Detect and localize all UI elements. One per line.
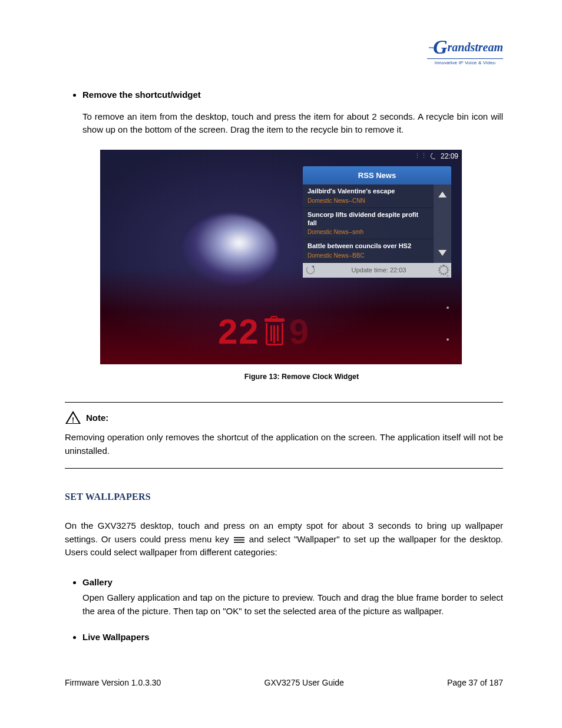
item-title: Gallery — [82, 577, 113, 587]
footer-right: Page 37 of 187 — [447, 677, 503, 689]
note-callout: ! Note: Removing operation only removes … — [65, 402, 503, 469]
section-title: Remove the shortcut/widget — [82, 90, 201, 100]
footer-left: Firmware Version 1.0.3.30 — [65, 677, 161, 689]
rss-item[interactable]: Battle between councils over HS2 Domesti… — [303, 239, 434, 263]
rss-widget[interactable]: RSS News Jailbird's Valentine's escape D… — [303, 166, 451, 278]
gear-icon[interactable] — [439, 266, 448, 274]
page-indicator — [447, 275, 449, 341]
bluetooth-icon: ⋮⋮ — [414, 151, 427, 161]
item-body: Open Gallery application and tap on the … — [82, 591, 503, 618]
rss-item[interactable]: Suncorp lifts dividend despite profit fa… — [303, 208, 434, 240]
note-body: Removing operation only removes the shor… — [65, 431, 503, 457]
brand-logo: 〰Grandstream Innovative IP Voice & Video — [427, 29, 503, 67]
body-text: To remove an item from the desktop, touc… — [82, 110, 503, 137]
trash-icon[interactable] — [262, 318, 287, 345]
list-item: Gallery Open Gallery application and tap… — [82, 576, 503, 618]
list-item: Remove the shortcut/widget To remove an … — [82, 88, 503, 137]
footer-center: GXV3275 User Guide — [265, 677, 344, 689]
document-page: 〰Grandstream Innovative IP Voice & Video… — [0, 0, 562, 644]
body-text: On the GXV3275 desktop, touch and press … — [65, 519, 503, 559]
scroll-down-icon[interactable] — [438, 250, 447, 256]
update-time-label: Update time: 22:03 — [318, 265, 439, 275]
menu-icon — [234, 536, 244, 544]
clock-widget-dragging[interactable]: 22 9 — [218, 305, 310, 358]
warning-icon: ! — [65, 411, 81, 425]
status-bar: ⋮⋮ 22:09 — [414, 151, 458, 162]
rss-item[interactable]: Jailbird's Valentine's escape Domestic N… — [303, 185, 434, 208]
scroll-up-icon[interactable] — [438, 192, 447, 197]
figure-caption: Figure 13: Remove Clock Widget — [100, 371, 503, 383]
section-heading: SET WALLPAPERS — [65, 490, 503, 504]
page-footer: Firmware Version 1.0.3.30 GXV3275 User G… — [65, 677, 503, 689]
item-title: Live Wallpapers — [82, 632, 150, 642]
refresh-icon[interactable] — [306, 266, 315, 274]
status-time: 22:09 — [441, 151, 458, 162]
embedded-screenshot: ⋮⋮ 22:09 RSS News Jailbird's Valentine's… — [100, 150, 503, 383]
note-label: Note: — [86, 411, 108, 425]
list-item: Live Wallpapers — [82, 631, 503, 644]
sync-icon — [429, 151, 438, 160]
rss-title: RSS News — [303, 166, 451, 185]
